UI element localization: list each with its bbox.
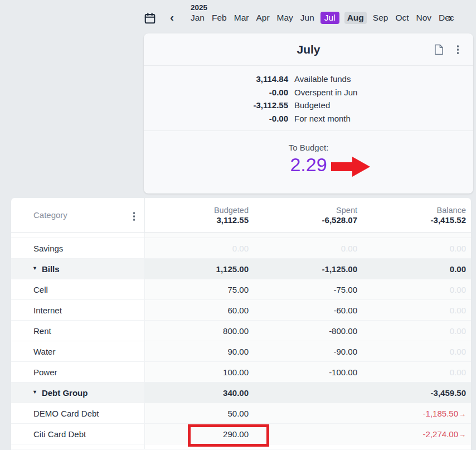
spent-column-header[interactable]: Spent -6,528.07 [254,206,362,225]
notes-icon[interactable] [434,44,444,55]
collapse-triangle-icon[interactable]: ▼ [32,389,37,395]
year-label: 2025 [191,3,207,12]
balance-cell[interactable]: 0.00 [362,306,471,315]
month-apr[interactable]: Apr [255,12,270,24]
carryover-arrow-icon: → [459,430,466,439]
spent-cell[interactable]: 0.00 [254,244,362,253]
previous-month-button[interactable]: ‹ [170,11,174,23]
table-row-power[interactable]: Power 100.00 -100.00 0.00 [11,362,471,383]
category-name-cell[interactable]: DEMO Card Debt [11,403,145,423]
group-label: Bills [42,264,60,274]
month-menu-kebab-icon[interactable] [456,44,460,55]
table-row-savings[interactable]: Savings 0.00 0.00 0.00 [11,238,471,259]
spent-cell[interactable]: -75.00 [254,285,362,294]
spent-cell[interactable]: -1,125.00 [254,264,362,274]
to-budget-amount[interactable]: 2.29 [144,154,473,175]
next-month-button[interactable]: › [448,11,452,23]
available-funds-label: Available funds [294,74,351,84]
month-oct[interactable]: Oct [394,12,410,24]
table-row-demo-card-debt[interactable]: DEMO Card Debt 50.00 -1,185.50→ [11,403,471,424]
budgeted-header-label: Budgeted [145,206,249,215]
next-month-value: -0.00 [144,114,288,123]
budgeted-cell[interactable]: 800.00 [145,326,254,336]
table-row-cell[interactable]: Cell 75.00 -75.00 0.00 [11,279,471,300]
budgeted-total-value: -3,112.55 [144,100,288,110]
balance-cell[interactable]: 0.00 [362,326,471,336]
spent-cell[interactable]: -100.00 [254,367,362,377]
balance-cell[interactable]: 0.00 [362,367,471,377]
category-name-cell[interactable]: Citi Card Debt [11,424,145,444]
category-label: Citi Card Debt [33,429,86,439]
budgeted-cell[interactable]: 0.00 [145,244,254,253]
budgeted-column-header[interactable]: Budgeted 3,112.55 [145,206,254,225]
balance-column-header[interactable]: Balance -3,415.52 [362,206,471,225]
budgeted-cell[interactable]: 90.00 [145,347,254,356]
stat-next-month: -0.00 For next month [144,112,473,125]
budgeted-cell[interactable]: 50.00 [145,409,254,418]
table-row-internet[interactable]: Internet 60.00 -60.00 0.00 [11,300,471,321]
category-label: Water [33,347,55,356]
table-header: Category Budgeted 3,112.55 Spent -6,528.… [11,198,471,233]
table-row-group-bills[interactable]: ▼ Bills 1,125.00 -1,125.00 0.00 [11,259,471,279]
table-row-water[interactable]: Water 90.00 -90.00 0.00 [11,341,471,362]
budgeted-total-label: Budgeted [294,100,330,110]
month-summary-panel: July 3,114.84 Available funds -0.00 Over… [144,33,473,193]
budgeted-cell[interactable]: 100.00 [145,367,254,377]
budgeted-cell[interactable]: 1,125.00 [145,264,254,274]
category-label: Internet [33,306,62,315]
budgeted-header-total: 3,112.55 [145,215,249,225]
collapse-triangle-icon[interactable]: ▼ [32,265,37,271]
spent-cell[interactable]: -60.00 [254,306,362,315]
balance-cell[interactable]: -1,185.50→ [362,409,471,418]
balance-cell[interactable]: 0.00 [362,244,471,253]
table-row-group-debt[interactable]: ▼ Debt Group 340.00 -3,459.50 [11,383,471,403]
month-navigation: 2025 ‹ Jan Feb Mar Apr May Jun Jul Aug S… [144,0,473,31]
balance-cell[interactable]: -2,274.00→ [362,429,471,439]
table-row-rent[interactable]: Rent 800.00 -800.00 0.00 [11,321,471,341]
spent-cell[interactable]: -800.00 [254,326,362,336]
category-header-label: Category [33,210,67,220]
spent-cell[interactable]: -90.00 [254,347,362,356]
month-jul-selected[interactable]: Jul [320,12,339,24]
balance-cell[interactable]: 0.00 [362,285,471,294]
budgeted-cell[interactable]: 340.00 [145,388,254,398]
month-jan[interactable]: Jan [190,12,206,24]
category-name-cell[interactable]: Power [11,362,145,382]
stat-overspent: -0.00 Overspent in Jun [144,86,473,99]
balance-cell[interactable]: -3,459.50 [362,388,471,398]
table-row-citi-card-debt[interactable]: Citi Card Debt 290.00 -2,274.00→ [11,424,471,444]
balance-header-label: Balance [362,206,466,215]
budgeted-cell[interactable]: 290.00 [145,429,254,439]
group-name-cell[interactable]: ▼ Bills [11,259,145,279]
balance-value: -2,274.00 [423,429,458,439]
category-menu-kebab-icon[interactable] [132,211,137,222]
calendar-icon[interactable] [144,12,156,25]
month-jun[interactable]: Jun [299,12,315,24]
balance-cell[interactable]: 0.00 [362,264,471,274]
next-month-label: For next month [294,114,351,123]
category-name-cell[interactable]: Rent [11,321,145,341]
category-name-cell[interactable]: Water [11,341,145,361]
month-sep[interactable]: Sep [372,12,390,24]
month-feb[interactable]: Feb [211,12,228,24]
spent-header-label: Spent [254,206,357,215]
budgeted-cell[interactable]: 60.00 [145,306,254,315]
month-mar[interactable]: Mar [233,12,250,24]
budgeted-cell[interactable]: 75.00 [145,285,254,294]
month-may[interactable]: May [276,12,294,24]
month-list: Jan Feb Mar Apr May Jun Jul Aug Sep Oct … [190,12,455,24]
balance-cell[interactable]: 0.00 [362,347,471,356]
month-nov[interactable]: Nov [415,12,433,24]
stat-available-funds: 3,114.84 Available funds [144,72,473,86]
month-dec[interactable]: Dec [438,12,455,24]
category-name-cell[interactable]: Internet [11,300,145,320]
balance-value: -1,185.50 [423,409,458,418]
category-name-cell[interactable]: Cell [11,279,145,299]
category-label: Rent [33,326,51,336]
group-name-cell[interactable]: ▼ Debt Group [11,383,145,403]
category-name-cell[interactable]: Savings [11,238,145,258]
category-label: Cell [33,285,48,294]
carryover-arrow-icon: → [459,410,466,418]
panel-title-row: July [144,33,473,66]
month-aug[interactable]: Aug [344,12,367,24]
